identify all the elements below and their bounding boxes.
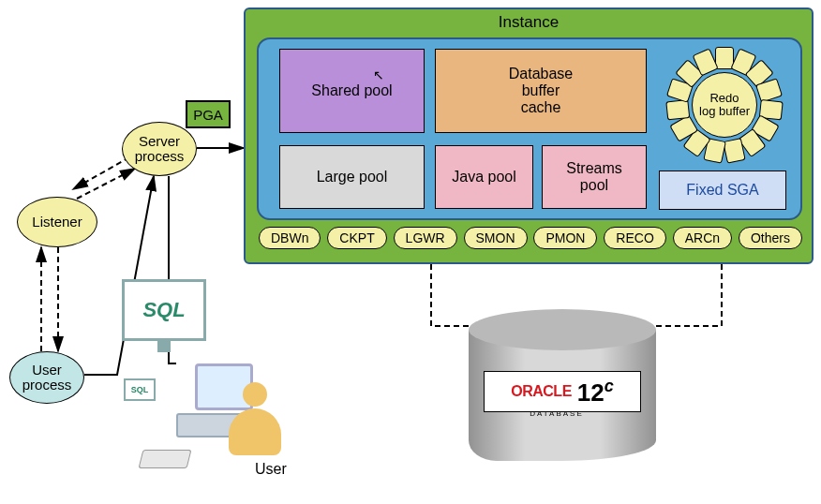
sql-small-icon: SQL	[124, 378, 156, 401]
proc-lgwr: LGWR	[394, 227, 457, 249]
proc-smon: SMON	[464, 227, 528, 249]
database-cylinder-icon: ORACLE DATABASE 12c	[469, 309, 656, 468]
redo-log-buffer-label: Redo log buffer	[692, 72, 757, 138]
sql-monitor-icon: SQL	[122, 279, 206, 352]
proc-ckpt: CKPT	[327, 227, 386, 249]
instance-title: Instance	[246, 9, 812, 36]
large-pool: Large pool	[279, 145, 425, 209]
keyboard-icon	[139, 450, 192, 468]
pga-box: PGA	[186, 100, 231, 128]
proc-others: Others	[739, 227, 802, 249]
redo-log-buffer-wrap: Redo log buffer	[659, 41, 790, 168]
sga-box: Shared pool Database buffer cache Redo l…	[257, 37, 802, 220]
streams-pool: Streams pool	[542, 145, 647, 209]
database-label: ORACLE DATABASE 12c	[484, 371, 641, 412]
db-vendor: ORACLE	[511, 383, 572, 399]
proc-dbwn: DBWn	[259, 227, 321, 249]
java-pool: Java pool	[435, 145, 533, 209]
shared-pool: Shared pool	[279, 49, 425, 133]
proc-reco: RECO	[604, 227, 665, 249]
db-version: 12c	[577, 377, 614, 408]
user-process: User process	[9, 351, 84, 404]
database-buffer-cache: Database buffer cache	[435, 49, 647, 133]
server-process: Server process	[122, 122, 197, 176]
instance-container: Instance Shared pool Database buffer cac…	[244, 7, 814, 264]
proc-pmon: PMON	[533, 227, 597, 249]
redo-gear-icon: Redo log buffer	[666, 47, 783, 163]
user-label: User	[255, 461, 287, 478]
background-processes: DBWn CKPT LGWR SMON PMON RECO ARCn Other…	[259, 227, 802, 249]
sql-monitor-label: SQL	[122, 279, 206, 341]
fixed-sga: Fixed SGA	[659, 170, 786, 210]
db-subtext: DATABASE	[530, 409, 584, 418]
proc-arcn: ARCn	[673, 227, 732, 249]
listener: Listener	[17, 197, 97, 247]
user-icon	[227, 382, 283, 455]
